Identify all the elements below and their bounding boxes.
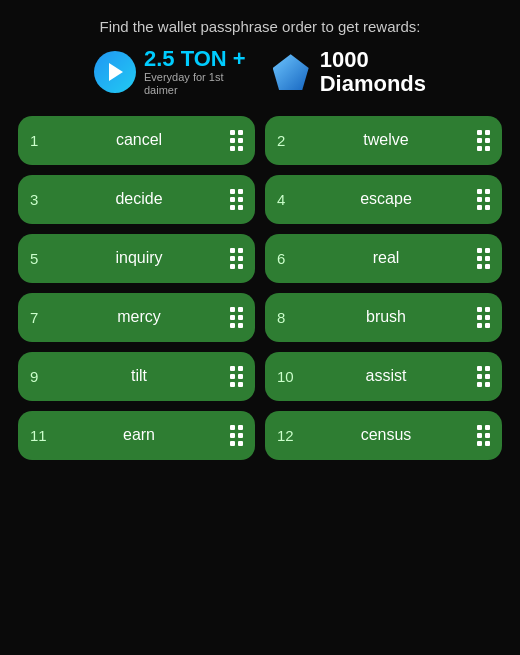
ton-subtitle: Everyday for 1st daimer xyxy=(144,71,246,97)
word-number-12: 12 xyxy=(277,427,295,444)
word-label-6: real xyxy=(303,249,469,267)
word-card-8[interactable]: 8brush xyxy=(265,293,502,342)
diamond-count: 1000 xyxy=(320,48,426,72)
drag-handle-2 xyxy=(477,130,490,151)
word-number-3: 3 xyxy=(30,191,48,208)
word-number-6: 6 xyxy=(277,250,295,267)
word-number-2: 2 xyxy=(277,132,295,149)
word-label-5: inquiry xyxy=(56,249,222,267)
word-number-8: 8 xyxy=(277,309,295,326)
drag-handle-12 xyxy=(477,425,490,446)
diamond-icon xyxy=(270,51,312,93)
word-card-2[interactable]: 2twelve xyxy=(265,116,502,165)
word-card-4[interactable]: 4escape xyxy=(265,175,502,224)
words-grid: 1cancel2twelve3decide4escape5inquiry6rea… xyxy=(18,116,502,460)
drag-handle-11 xyxy=(230,425,243,446)
main-container: Find the wallet passphrase order to get … xyxy=(0,0,520,655)
word-label-12: census xyxy=(303,426,469,444)
diamond-label: Diamonds xyxy=(320,72,426,96)
word-label-3: decide xyxy=(56,190,222,208)
word-number-9: 9 xyxy=(30,368,48,385)
drag-handle-8 xyxy=(477,307,490,328)
word-card-12[interactable]: 12census xyxy=(265,411,502,460)
instruction-text: Find the wallet passphrase order to get … xyxy=(100,18,421,35)
rewards-row: 2.5 TON + Everyday for 1st daimer 1000 D… xyxy=(94,47,426,98)
word-number-11: 11 xyxy=(30,427,48,444)
drag-handle-3 xyxy=(230,189,243,210)
drag-handle-4 xyxy=(477,189,490,210)
word-label-9: tilt xyxy=(56,367,222,385)
word-card-3[interactable]: 3decide xyxy=(18,175,255,224)
drag-handle-6 xyxy=(477,248,490,269)
word-card-1[interactable]: 1cancel xyxy=(18,116,255,165)
word-card-11[interactable]: 11earn xyxy=(18,411,255,460)
word-label-1: cancel xyxy=(56,131,222,149)
ton-amount: 2.5 TON + xyxy=(144,47,246,71)
drag-handle-9 xyxy=(230,366,243,387)
word-label-2: twelve xyxy=(303,131,469,149)
word-number-4: 4 xyxy=(277,191,295,208)
word-card-6[interactable]: 6real xyxy=(265,234,502,283)
word-label-4: escape xyxy=(303,190,469,208)
drag-handle-1 xyxy=(230,130,243,151)
drag-handle-10 xyxy=(477,366,490,387)
drag-handle-7 xyxy=(230,307,243,328)
word-number-1: 1 xyxy=(30,132,48,149)
word-label-8: brush xyxy=(303,308,469,326)
diamonds-reward: 1000 Diamonds xyxy=(270,48,426,96)
word-label-10: assist xyxy=(303,367,469,385)
word-card-10[interactable]: 10assist xyxy=(265,352,502,401)
word-number-5: 5 xyxy=(30,250,48,267)
word-number-10: 10 xyxy=(277,368,295,385)
word-card-9[interactable]: 9tilt xyxy=(18,352,255,401)
word-label-11: earn xyxy=(56,426,222,444)
drag-handle-5 xyxy=(230,248,243,269)
word-card-5[interactable]: 5inquiry xyxy=(18,234,255,283)
ton-reward: 2.5 TON + Everyday for 1st daimer xyxy=(94,47,246,98)
word-label-7: mercy xyxy=(56,308,222,326)
play-icon xyxy=(94,51,136,93)
word-number-7: 7 xyxy=(30,309,48,326)
word-card-7[interactable]: 7mercy xyxy=(18,293,255,342)
